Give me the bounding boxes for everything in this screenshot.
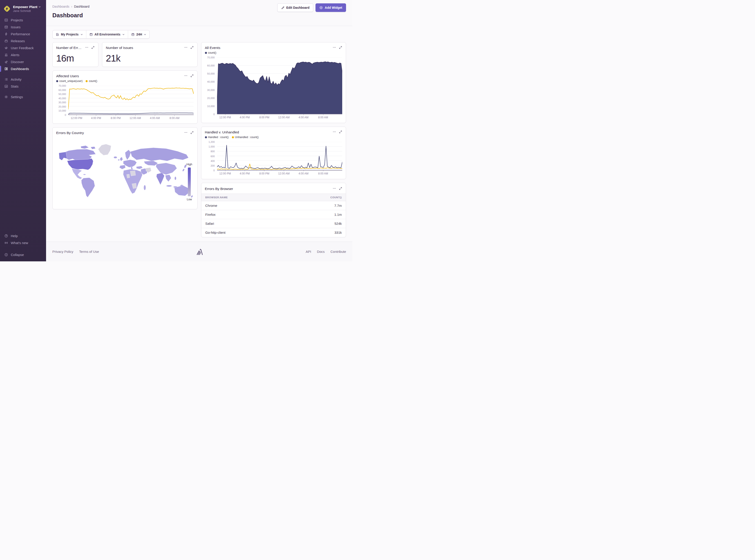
releases-icon xyxy=(4,39,8,43)
sidebar-item-collapse[interactable]: Collapse xyxy=(0,251,46,258)
widget-menu-icon[interactable] xyxy=(332,45,336,49)
widget-menu-icon[interactable] xyxy=(332,130,336,134)
sidebar-item-alerts[interactable]: Alerts xyxy=(0,52,46,58)
right-column: All Events count() 70,00060,00050,00040,… xyxy=(201,42,346,237)
dashboard-content: My Projects All Environments 24H xyxy=(46,26,352,242)
table-row[interactable]: Safari524k xyxy=(201,219,346,228)
sidebar-item-label: Settings xyxy=(11,95,23,99)
expand-icon[interactable] xyxy=(339,46,342,49)
browser-name-cell: Safari xyxy=(201,219,290,228)
projects-filter[interactable]: My Projects xyxy=(53,30,86,38)
column-header-browser-name[interactable]: BROWSER.NAME xyxy=(201,194,290,201)
expand-icon[interactable] xyxy=(190,46,194,49)
widget-menu-icon[interactable] xyxy=(85,45,89,49)
page-header: Dashboards › Dashboard Dashboard Edit Da… xyxy=(46,0,352,26)
terms-of-use-link[interactable]: Terms of Use xyxy=(79,250,99,254)
chevron-down-icon xyxy=(122,33,125,36)
table-row[interactable]: Chrome7.7m xyxy=(201,201,346,210)
org-switcher[interactable]: Empower Plant Jane Schmidt xyxy=(0,3,46,17)
number-of-issues-widget: Number of Issues 21k xyxy=(102,42,197,67)
sidebar-item-label: Releases xyxy=(11,39,25,43)
x-axis: 12:00 PM4:00 PM8:00 PM12:00 AM4:00 AM8:0… xyxy=(68,115,194,120)
sidebar-item-label: Discover xyxy=(11,60,24,64)
sidebar-item-user-feedback[interactable]: User Feedback xyxy=(0,44,46,52)
legend-item[interactable]: Unhandled : count() xyxy=(232,136,259,139)
legend-dot xyxy=(205,136,207,138)
sidebar-item-discover[interactable]: Discover xyxy=(0,58,46,65)
sentry-logo-icon[interactable] xyxy=(195,246,204,257)
x-axis: 12:00 PM4:00 PM8:00 PM12:00 AM4:00 AM8:0… xyxy=(217,171,343,176)
widget-menu-icon[interactable] xyxy=(332,186,336,190)
breadcrumb-dashboards[interactable]: Dashboards xyxy=(52,5,70,8)
number-of-issues-value: 21k xyxy=(106,53,194,64)
errors-by-browser-table: BROWSER.NAME COUNT() Chrome7.7mFirefox1.… xyxy=(201,194,346,237)
expand-icon[interactable] xyxy=(339,187,342,190)
table-row[interactable]: Firefox1.1m xyxy=(201,210,346,219)
chevron-right-icon: › xyxy=(71,4,72,8)
dashboards-icon xyxy=(4,67,8,71)
org-logo-icon xyxy=(3,5,11,13)
stats-icon xyxy=(4,84,8,88)
widget-title: Errors By Browser xyxy=(205,186,333,191)
filter-bar: My Projects All Environments 24H xyxy=(52,30,150,39)
docs-link[interactable]: Docs xyxy=(317,250,325,254)
contribute-link[interactable]: Contribute xyxy=(331,250,346,254)
expand-icon[interactable] xyxy=(339,130,342,134)
collapse-icon xyxy=(4,253,8,257)
sidebar-item-issues[interactable]: Issues xyxy=(0,24,46,31)
megaphone-icon xyxy=(4,46,8,50)
sidebar-item-dashboards[interactable]: Dashboards xyxy=(0,65,46,72)
help-icon xyxy=(4,234,8,238)
main-area: Dashboards › Dashboard Dashboard Edit Da… xyxy=(46,0,352,261)
issues-icon xyxy=(4,25,8,29)
affected-users-widget: Affected Users count_unique(user)count()… xyxy=(52,71,197,124)
x-axis: 12:00 PM4:00 PM8:00 PM12:00 AM4:00 AM8:0… xyxy=(217,114,343,120)
affected-users-chart: 70,00060,00050,00040,00030,00020,00010,0… xyxy=(56,86,194,120)
sidebar-item-projects[interactable]: Projects xyxy=(0,17,46,24)
widget-menu-icon[interactable] xyxy=(184,74,188,78)
pencil-icon xyxy=(281,6,285,9)
map-gradient-bar xyxy=(188,167,191,196)
sidebar-item-whats-new[interactable]: What's new xyxy=(0,239,46,246)
chevron-down-icon xyxy=(144,33,146,36)
siren-icon xyxy=(4,53,8,57)
legend-item[interactable]: Handled : count() xyxy=(205,136,229,139)
telescope-icon xyxy=(4,60,8,64)
all-events-chart: 70,00060,00050,00040,00030,00020,00010,0… xyxy=(205,58,343,120)
add-widget-button[interactable]: Add Widget xyxy=(315,3,346,12)
legend-item[interactable]: count() xyxy=(85,79,97,83)
sidebar-item-settings[interactable]: Settings xyxy=(0,94,46,100)
sidebar-item-performance[interactable]: Performance xyxy=(0,31,46,38)
chart-legend: count_unique(user)count() xyxy=(56,79,194,83)
projects-icon xyxy=(4,18,8,22)
sidebar-item-help[interactable]: Help xyxy=(0,233,46,239)
sidebar-item-label: Collapse xyxy=(11,253,24,257)
legend-dot xyxy=(232,136,234,138)
sidebar-item-label: Stats xyxy=(11,84,18,88)
widget-title: Handled v. Unhandled xyxy=(205,130,331,134)
widget-menu-icon[interactable] xyxy=(184,131,188,134)
world-map[interactable]: High Low xyxy=(56,137,194,206)
expand-icon[interactable] xyxy=(190,131,194,134)
sidebar-item-releases[interactable]: Releases xyxy=(0,38,46,44)
legend-dot xyxy=(205,52,207,54)
sidebar-item-stats[interactable]: Stats xyxy=(0,83,46,90)
api-link[interactable]: API xyxy=(306,250,311,254)
widget-menu-icon[interactable] xyxy=(184,45,188,49)
plot-area xyxy=(217,142,343,171)
date-range-filter[interactable]: 24H xyxy=(128,30,150,38)
errors-by-country-widget: Errors By Country xyxy=(52,127,197,209)
column-header-count[interactable]: COUNT() xyxy=(290,194,346,201)
legend-item[interactable]: count_unique(user) xyxy=(56,79,82,83)
expand-icon[interactable] xyxy=(190,74,194,78)
plus-circle-icon xyxy=(319,6,323,9)
widget-title: All Events xyxy=(205,45,331,50)
table-row[interactable]: Go-http-client331k xyxy=(201,228,346,237)
edit-dashboard-button[interactable]: Edit Dashboard xyxy=(277,3,313,12)
legend-item[interactable]: count() xyxy=(205,51,216,54)
environment-filter[interactable]: All Environments xyxy=(86,30,128,38)
footer-right-links: API Docs Contribute xyxy=(306,250,346,254)
privacy-policy-link[interactable]: Privacy Policy xyxy=(52,250,73,254)
expand-icon[interactable] xyxy=(91,46,95,49)
sidebar-item-activity[interactable]: Activity xyxy=(0,76,46,83)
